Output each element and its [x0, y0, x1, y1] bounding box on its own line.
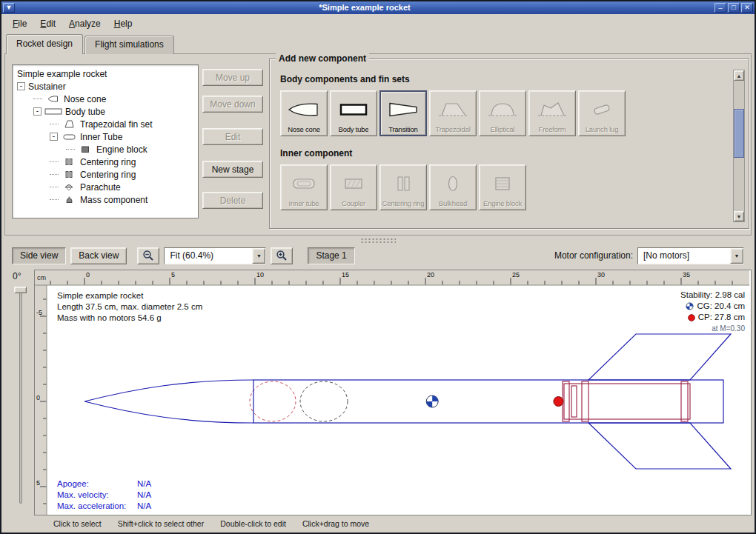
coupler-icon	[337, 168, 370, 199]
bulkhead-icon	[437, 168, 469, 199]
component-button-label: Bulkhead	[439, 199, 467, 207]
rocket-dimensions: Length 37.5 cm, max. diameter 2.5 cm	[57, 301, 202, 313]
launch-lug-button: Launch lug	[578, 90, 626, 136]
component-button-label: Inner tube	[289, 199, 319, 207]
tree-connector-icon	[50, 174, 59, 175]
tree-item-nose-cone[interactable]: Nose cone	[13, 93, 198, 105]
scrollbar-thumb[interactable]	[734, 109, 744, 158]
freeform-button: Freeform	[528, 90, 576, 136]
inner-tube-button: Inner tube	[280, 164, 328, 210]
parachute-icon	[61, 183, 77, 191]
menu-analyze[interactable]: Analyze	[62, 16, 107, 32]
tab-rocket-design[interactable]: Rocket design	[6, 34, 83, 54]
component-panel-scrollbar[interactable]: ▲ ▼	[733, 70, 745, 222]
mach-note: at M=0.30	[680, 323, 745, 334]
component-button-label: Engine block	[483, 199, 522, 207]
fin-set-icon	[61, 120, 77, 128]
nose-cone-button[interactable]: Nose cone	[280, 90, 328, 136]
zoom-out-icon	[142, 250, 154, 261]
cg-value: CG: 20.4 cm	[697, 301, 745, 312]
app-window: ▼ *Simple example rocket _ □ ✕ FileEditA…	[0, 0, 756, 534]
maximize-button[interactable]: □	[728, 3, 740, 13]
chevron-down-icon[interactable]: ▼	[730, 248, 743, 264]
component-tree[interactable]: Simple example rocket-SustainerNose cone…	[12, 64, 199, 218]
tree-item-parachute[interactable]: Parachute	[13, 181, 198, 193]
stage-1-toggle[interactable]: Stage 1	[308, 247, 354, 264]
tree-connector-icon	[33, 99, 42, 99]
menu-edit[interactable]: Edit	[33, 16, 62, 32]
scrollbar-track[interactable]	[734, 81, 744, 211]
tree-item-sustainer[interactable]: -Sustainer	[13, 80, 198, 93]
collapse-toggle-icon[interactable]: -	[50, 133, 58, 141]
component-button-label: Freeform	[539, 125, 566, 133]
cp-icon	[688, 314, 695, 321]
rocket-mass: Mass with no motors 54.6 g	[57, 313, 202, 324]
flight-stat-row: Max. acceleration:N/A	[57, 501, 151, 512]
close-button[interactable]: ✕	[741, 3, 753, 13]
collapse-toggle-icon[interactable]: -	[17, 82, 25, 90]
motor-configuration-value: [No motors]	[638, 248, 730, 264]
menu-file[interactable]: File	[6, 16, 33, 32]
engine-block-icon	[486, 168, 519, 199]
rotation-slider-handle[interactable]	[14, 287, 27, 293]
move-up-button: Move up	[202, 69, 263, 86]
scroll-up-icon[interactable]: ▲	[734, 70, 744, 81]
delete-button: Delete	[202, 192, 263, 209]
inner-tube-icon	[288, 168, 320, 199]
cp-marker	[554, 397, 563, 407]
status-hint: Click+drag to move	[302, 519, 369, 528]
launch-lug-icon	[586, 94, 618, 125]
svg-text:5: 5	[36, 479, 40, 487]
body-tube-button[interactable]: Body tube	[330, 90, 377, 136]
move-down-button: Move down	[202, 96, 263, 113]
component-button-label: Transition	[388, 125, 417, 133]
motor-configuration-combobox[interactable]: [No motors] ▼	[637, 247, 744, 264]
status-hint: Click to select	[53, 519, 102, 528]
component-button-label: Trapezoidal	[435, 125, 470, 133]
zoom-value: Fit (60.4%)	[165, 248, 252, 264]
nose-cone-icon	[44, 95, 61, 103]
zoom-in-button[interactable]	[271, 247, 293, 264]
body-tube-icon	[44, 107, 62, 116]
tree-connector-icon	[50, 199, 59, 200]
window-menu-icon[interactable]: ▼	[3, 3, 15, 13]
tree-item-label: Mass component	[80, 195, 147, 205]
tree-item-mass-component[interactable]: Mass component	[13, 193, 198, 206]
zoom-out-button[interactable]	[137, 247, 159, 264]
svg-text:25: 25	[512, 271, 520, 278]
zoom-combobox[interactable]: Fit (60.4%) ▼	[164, 247, 266, 264]
minimize-button[interactable]: _	[714, 3, 726, 13]
maximize-icon: □	[732, 4, 735, 11]
view-splitter[interactable]	[4, 236, 752, 246]
tree-item-centering-ring[interactable]: Centering ring	[13, 156, 198, 168]
menu-bar: FileEditAnalyzeHelp	[3, 14, 753, 33]
menu-help[interactable]: Help	[107, 16, 139, 32]
tree-item-body-tube[interactable]: -Body tube	[13, 105, 198, 118]
back-view-button[interactable]: Back view	[70, 247, 127, 264]
tab-flight-simulations[interactable]: Flight simulations	[84, 36, 174, 54]
ruler-unit-label: cm	[37, 274, 46, 281]
rotation-slider[interactable]	[19, 289, 22, 504]
transition-button[interactable]: Transition	[379, 90, 427, 136]
flight-stat-row: Apogee:N/A	[57, 478, 151, 490]
tree-item-inner-tube[interactable]: -Inner Tube	[13, 130, 198, 143]
scroll-down-icon[interactable]: ▼	[734, 211, 744, 221]
flight-stat-value: N/A	[137, 490, 151, 501]
coupler-button: Coupler	[330, 164, 377, 210]
tree-item-trapezoidal-fin-set[interactable]: Trapezoidal fin set	[13, 118, 198, 130]
tree-item-engine-block[interactable]: Engine block	[13, 143, 198, 156]
collapse-toggle-icon[interactable]: -	[33, 107, 42, 116]
chevron-down-icon[interactable]: ▼	[252, 248, 265, 264]
body-tube-icon	[337, 94, 370, 125]
new-stage-button[interactable]: New stage	[202, 161, 263, 178]
tree-item-centering-ring[interactable]: Centering ring	[13, 168, 198, 181]
tree-item-label: Sustainer	[28, 81, 66, 92]
freeform-fin-icon	[536, 94, 568, 125]
svg-text:5: 5	[171, 271, 175, 278]
title-bar[interactable]: ▼ *Simple example rocket _ □ ✕	[1, 1, 755, 14]
nose-cone-icon	[288, 94, 320, 125]
tree-item-simple-example-rocket[interactable]: Simple example rocket	[13, 67, 198, 80]
elliptical-fin-icon	[486, 94, 519, 125]
flight-stat-value: N/A	[137, 478, 151, 490]
side-view-button[interactable]: Side view	[12, 247, 66, 264]
